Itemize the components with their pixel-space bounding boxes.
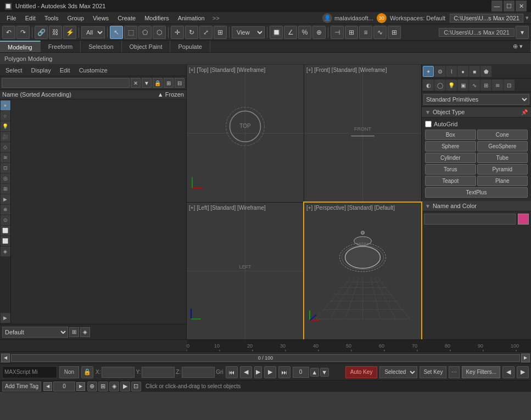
play-selected-button[interactable]: ▶ [264, 366, 276, 378]
frame-down[interactable]: ▼ [320, 368, 329, 377]
se-icon-freeze[interactable]: ❄ [1, 205, 10, 215]
se-icon-spline[interactable]: ◎ [1, 173, 10, 183]
se-menu-display[interactable]: Display [27, 66, 55, 75]
unlink-button[interactable]: ⛓ [49, 26, 62, 39]
box-button[interactable]: Box [425, 130, 476, 140]
bind-button[interactable]: ⚡ [63, 26, 76, 39]
viewport-front[interactable]: [+] [Front] [Standard] [Wireframe] FRONT [304, 65, 421, 202]
percent-snap-button[interactable]: % [298, 26, 311, 39]
transform-button[interactable]: ⊞ [214, 26, 227, 39]
ribbon-expand[interactable]: ⊕ ▾ [505, 41, 531, 52]
plane-button[interactable]: Plane [477, 176, 528, 186]
menu-group[interactable]: Group [63, 14, 88, 23]
se-icon-display[interactable]: ○ [1, 111, 10, 121]
se-icon-select[interactable]: ● [1, 100, 10, 110]
link-button[interactable]: 🔗 [35, 26, 48, 39]
tab-modeling[interactable]: Modeling [0, 41, 41, 52]
se-icon-geometry[interactable]: ◇ [1, 142, 10, 152]
status-next-frame[interactable]: ▶ [76, 382, 85, 391]
status-prev-frame[interactable]: ◀ [43, 382, 52, 391]
move-button[interactable]: ✛ [171, 26, 184, 39]
pyramid-button[interactable]: Pyramid [477, 164, 528, 175]
status-icon5[interactable]: ⊡ [131, 382, 141, 391]
teapot-button[interactable]: Teapot [425, 176, 476, 186]
schematic-button[interactable]: ⊞ [388, 26, 401, 39]
se-menu-edit[interactable]: Edit [55, 66, 75, 75]
playbar-icon1[interactable]: ◀ [502, 366, 515, 378]
menu-file[interactable]: File [2, 14, 21, 23]
se-icon-light[interactable]: 💡 [1, 121, 10, 131]
tube-button[interactable]: Tube [477, 153, 528, 163]
timeline-next-button[interactable]: ▶ [521, 354, 530, 362]
se-icon-box2[interactable]: ⬜ [1, 236, 10, 246]
spinner-snap-button[interactable]: ⊕ [312, 26, 326, 39]
se-icon-settings[interactable]: ◈ [1, 247, 10, 256]
notification-badge[interactable]: 30 [377, 13, 387, 23]
rp-cameras-button[interactable]: ▣ [457, 80, 468, 91]
se-icon-hide[interactable]: ⊙ [1, 215, 10, 225]
minimize-button[interactable]: — [491, 1, 502, 12]
rp-helpers-button[interactable]: ∿ [469, 80, 480, 91]
key-filter-button[interactable]: ⋯ [449, 366, 460, 378]
z-coord[interactable] [182, 367, 215, 378]
playbar-icon2[interactable]: ▶ [517, 366, 529, 378]
tab-freeform[interactable]: Freeform [41, 41, 81, 52]
se-clear-button[interactable]: ✕ [131, 78, 141, 88]
status-icon2[interactable]: ⊞ [98, 382, 108, 391]
angle-snap-button[interactable]: ∠ [284, 26, 297, 39]
color-swatch[interactable] [518, 214, 529, 225]
close-button[interactable]: ✕ [516, 1, 527, 12]
rp-shape-button[interactable]: ◯ [434, 80, 445, 91]
x-coord[interactable] [102, 367, 135, 378]
rp-geometry-button[interactable]: ◐ [423, 80, 434, 91]
rotate-button[interactable]: ↻ [185, 26, 198, 39]
status-frame[interactable]: 0 [53, 382, 75, 391]
layer-dropdown[interactable]: Default [2, 327, 68, 338]
keyfilters-button[interactable]: Key Filters... [462, 366, 500, 378]
geosphere-button[interactable]: GeoSphere [477, 141, 528, 152]
maxscript-mini[interactable]: MAXScript Mi [2, 366, 57, 378]
primitive-type-select[interactable]: Standard Primitives Extended Primitives … [423, 94, 529, 105]
se-icon-camera[interactable]: 🎥 [1, 132, 10, 142]
rp-create-button[interactable]: ✦ [423, 66, 434, 77]
torus-button[interactable]: Torus [425, 164, 476, 175]
menu-animation[interactable]: Animation [174, 14, 209, 23]
menu-tools[interactable]: Tools [40, 14, 63, 23]
name-color-header[interactable]: ▼ Name and Color [422, 201, 531, 211]
align-button[interactable]: ⊞ [345, 26, 358, 39]
viewport-top[interactable]: [+] [Top] [Standard] [Wireframe] [187, 65, 304, 202]
undo-button[interactable]: ↶ [2, 26, 15, 39]
redo-button[interactable]: ↷ [16, 26, 30, 39]
rp-lights-button[interactable]: 💡 [446, 80, 457, 91]
se-filter-button[interactable]: ▼ [142, 78, 152, 88]
select-region-button[interactable]: ⬚ [124, 26, 137, 39]
prev-frame-button[interactable]: ◀ [240, 366, 252, 378]
rp-spacewarps-button[interactable]: ⊞ [480, 80, 491, 91]
rp-utilities-button[interactable]: ⬟ [480, 66, 491, 77]
goto-end-button[interactable]: ⏭ [278, 366, 290, 378]
tab-selection[interactable]: Selection [81, 41, 121, 52]
se-icon-particle[interactable]: ▶ [1, 194, 10, 204]
curve-editor-button[interactable]: ∿ [373, 26, 387, 39]
frame-up[interactable]: ▲ [310, 368, 319, 377]
layer-button[interactable]: ≡ [359, 26, 372, 39]
menu-expand-icon[interactable]: >> [209, 14, 223, 23]
se-collapse-button[interactable]: ⊟ [175, 78, 185, 88]
viewport-perspective[interactable]: [+] [Perspective] [Standard] [Default] [304, 203, 421, 340]
se-icon-box1[interactable]: ⬜ [1, 226, 10, 236]
setkey-button[interactable]: Set Key [420, 366, 446, 378]
select-lasso-button[interactable]: ⬠ [138, 26, 152, 39]
se-frozen-header[interactable]: ▲ Frozen [158, 91, 184, 98]
filter-dropdown[interactable]: All [81, 26, 105, 38]
name-input[interactable] [424, 214, 516, 225]
se-icon-bone[interactable]: ⊞ [1, 184, 10, 194]
viewport-left[interactable]: [+] [Left] [Standard] [Wireframe] LEFT [187, 203, 304, 340]
mirror-button[interactable]: ⊣ [331, 26, 344, 39]
menu-modifiers[interactable]: Modifiers [140, 14, 174, 23]
textplus-button[interactable]: TextPlus [425, 187, 528, 198]
view-dropdown[interactable]: View [232, 26, 265, 38]
tab-object-paint[interactable]: Object Paint [122, 41, 171, 52]
layer-btn1[interactable]: ⊞ [69, 327, 79, 337]
rp-hierarchy-button[interactable]: ⌇ [446, 66, 457, 77]
menu-create[interactable]: Create [113, 14, 140, 23]
